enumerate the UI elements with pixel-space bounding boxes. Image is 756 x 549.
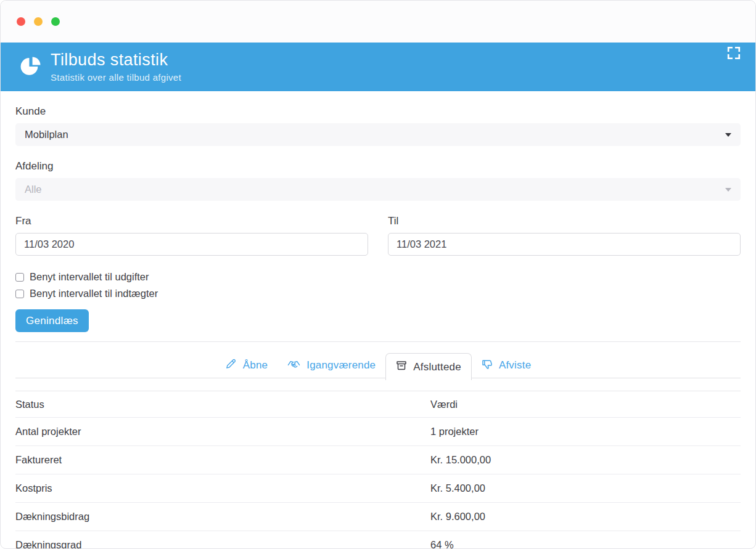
indtaegter-checkbox-label: Benyt intervallet til indtægter <box>30 288 158 299</box>
status-column-header: Status <box>15 399 430 410</box>
til-date-input[interactable] <box>388 233 741 256</box>
app-header: Tilbuds statistik Statistik over alle ti… <box>1 43 755 91</box>
checkbox-row-udgifter: Benyt intervallet til udgifter <box>15 271 741 283</box>
thumbs-down-icon <box>482 359 493 373</box>
fra-column: Fra <box>15 201 368 256</box>
tab-label: Åbne <box>243 359 268 372</box>
table-header-row: Status Værdi <box>15 391 741 418</box>
page-subtitle: Statistik over alle tilbud afgivet <box>51 72 181 83</box>
page-title: Tilbuds statistik <box>51 51 181 68</box>
date-range-row: Fra Til <box>15 201 741 256</box>
section-divider <box>15 341 741 342</box>
tab-afviste[interactable]: Afviste <box>472 353 541 378</box>
row-status: Dækningsbidrag <box>15 511 430 523</box>
fra-date-input[interactable] <box>15 233 368 256</box>
row-status: Kostpris <box>15 482 430 494</box>
pencil-icon <box>225 358 237 373</box>
archive-icon <box>396 360 407 374</box>
kunde-select-value: Mobilplan <box>25 129 68 140</box>
window-titlebar <box>1 1 755 43</box>
table-row: Kostpris Kr. 5.400,00 <box>15 474 741 503</box>
table-row: Antal projekter 1 projekter <box>15 418 741 446</box>
row-status: Faktureret <box>15 454 430 466</box>
app-header-titles: Tilbuds statistik Statistik over alle ti… <box>51 51 181 82</box>
chevron-down-icon <box>725 133 731 137</box>
checkbox-row-indtaegter: Benyt intervallet til indtægter <box>15 288 741 299</box>
fra-label: Fra <box>15 215 368 227</box>
til-column: Til <box>388 201 741 256</box>
udgifter-checkbox[interactable] <box>15 273 24 282</box>
row-value: 1 projekter <box>430 426 741 437</box>
close-window-button[interactable] <box>17 17 25 26</box>
table-row: Dækningsbidrag Kr. 9.600,00 <box>15 503 741 531</box>
minimize-window-button[interactable] <box>34 17 43 26</box>
chevron-down-icon <box>725 188 731 192</box>
stats-table: Status Værdi Antal projekter 1 projekter… <box>15 391 741 549</box>
afdeling-label: Afdeling <box>15 160 741 173</box>
reload-button[interactable]: Genindlæs <box>15 309 89 332</box>
status-tabbar: Åbne Igangværende <box>15 353 741 380</box>
fullscreen-icon[interactable] <box>727 46 741 60</box>
row-status: Antal projekter <box>15 426 430 437</box>
indtaegter-checkbox[interactable] <box>15 290 24 298</box>
row-value: Kr. 9.600,00 <box>430 511 741 523</box>
kunde-label: Kunde <box>15 105 741 118</box>
tab-label: Afviste <box>499 359 531 372</box>
afdeling-select[interactable]: Alle <box>15 178 741 201</box>
tab-afsluttede[interactable]: Afsluttede <box>385 353 472 380</box>
row-value: Kr. 5.400,00 <box>430 482 741 494</box>
row-value: Kr. 15.000,00 <box>430 454 741 466</box>
tab-label: Afsluttede <box>413 361 461 373</box>
til-label: Til <box>388 215 741 227</box>
pie-chart-icon <box>19 55 42 78</box>
main-content: Kunde Mobilplan Afdeling Alle Fra Til Be… <box>1 105 755 549</box>
tab-aabne[interactable]: Åbne <box>215 353 278 378</box>
zoom-window-button[interactable] <box>51 17 60 26</box>
app-window: Tilbuds statistik Statistik over alle ti… <box>0 0 756 549</box>
tab-igangvaerende[interactable]: Igangværende <box>277 353 385 378</box>
table-row: Faktureret Kr. 15.000,00 <box>15 446 741 474</box>
afdeling-select-value: Alle <box>25 184 42 195</box>
udgifter-checkbox-label: Benyt intervallet til udgifter <box>30 271 149 283</box>
tab-label: Igangværende <box>306 359 376 372</box>
row-value: 64 % <box>430 539 741 549</box>
vaerdi-column-header: Værdi <box>430 399 741 410</box>
kunde-select[interactable]: Mobilplan <box>15 123 741 146</box>
table-row: Dækningsgrad 64 % <box>15 531 741 549</box>
row-status: Dækningsgrad <box>15 539 430 549</box>
handshake-icon <box>287 359 300 372</box>
